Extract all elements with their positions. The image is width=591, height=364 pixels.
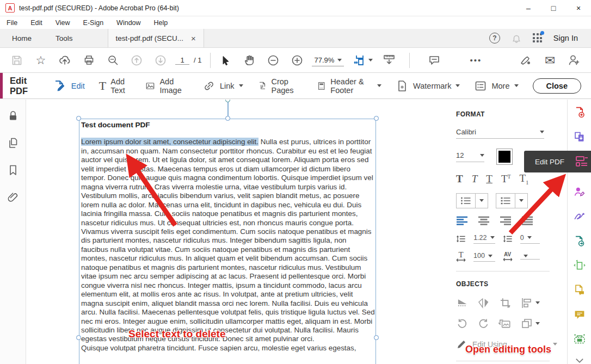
comment-icon[interactable] bbox=[425, 51, 444, 70]
italic-button[interactable]: T bbox=[472, 173, 478, 185]
replace-image-icon[interactable] bbox=[498, 317, 512, 330]
align-left-button[interactable] bbox=[456, 216, 468, 226]
flip-horizontal-icon[interactable] bbox=[477, 297, 490, 310]
align-right-button[interactable] bbox=[500, 216, 512, 226]
close-edit-mode-button[interactable]: Close bbox=[533, 78, 582, 94]
font-size-dropdown[interactable]: 12 bbox=[456, 151, 484, 162]
favorite-star-icon[interactable]: ☆ bbox=[32, 51, 50, 70]
underline-button[interactable]: T bbox=[486, 173, 492, 185]
align-objects-dropdown[interactable] bbox=[520, 297, 540, 310]
close-window-button[interactable]: × bbox=[566, 0, 591, 16]
more-button[interactable]: More bbox=[474, 79, 518, 92]
selection-handle[interactable] bbox=[76, 335, 81, 340]
search-icon[interactable] bbox=[103, 51, 122, 70]
align-center-button[interactable] bbox=[478, 216, 490, 226]
acrobat-logo-icon: A bbox=[5, 3, 15, 13]
page-thumbnails-icon[interactable] bbox=[7, 137, 20, 150]
arrange-objects-dropdown[interactable] bbox=[520, 317, 540, 330]
panel-divider bbox=[456, 361, 550, 361]
attachments-paperclip-icon[interactable] bbox=[7, 191, 20, 204]
sign-in-button[interactable]: Sign In bbox=[553, 34, 578, 42]
selection-handle[interactable] bbox=[225, 116, 230, 121]
email-icon[interactable]: ✉ bbox=[540, 51, 559, 70]
edit-pdf-icon[interactable] bbox=[574, 154, 589, 169]
menu-file[interactable]: File bbox=[7, 19, 17, 27]
chevron-down-icon[interactable] bbox=[515, 194, 527, 208]
rotate-counterclockwise-icon[interactable] bbox=[456, 317, 469, 330]
selection-handle[interactable] bbox=[374, 116, 379, 121]
save-icon[interactable] bbox=[8, 51, 26, 70]
tab-home[interactable]: Home bbox=[0, 29, 44, 47]
previous-page-icon[interactable] bbox=[127, 51, 146, 70]
add-user-icon[interactable] bbox=[564, 51, 583, 70]
share-icon[interactable] bbox=[56, 51, 74, 70]
header-footer-button[interactable]: Header & Footer bbox=[317, 77, 381, 95]
help-icon[interactable]: ? bbox=[489, 33, 500, 44]
more-tools-icon[interactable]: ••• bbox=[466, 51, 485, 70]
request-signatures-icon[interactable] bbox=[572, 186, 587, 199]
apps-grid-icon[interactable] bbox=[533, 33, 543, 43]
menu-edit[interactable]: Edit bbox=[30, 19, 42, 27]
line-spacing-dropdown[interactable]: 1.22 bbox=[473, 234, 495, 244]
watermark-button[interactable]: Watermark bbox=[396, 79, 460, 92]
security-lock-icon[interactable] bbox=[7, 109, 20, 122]
rail-chevron-down-icon[interactable] bbox=[574, 357, 586, 364]
create-pdf-icon[interactable] bbox=[572, 106, 587, 119]
text-box-selection[interactable] bbox=[79, 119, 376, 364]
zoom-in-icon[interactable] bbox=[288, 51, 306, 70]
minimize-button[interactable]: – bbox=[516, 0, 541, 16]
zoom-level-dropdown[interactable]: 77.9% bbox=[312, 54, 344, 66]
font-color-swatch[interactable] bbox=[496, 149, 513, 165]
scan-ocr-icon[interactable] bbox=[572, 333, 587, 346]
export-pdf-icon[interactable] bbox=[572, 131, 587, 143]
flip-vertical-icon[interactable] bbox=[456, 297, 469, 310]
maximize-button[interactable]: □ bbox=[541, 0, 566, 16]
add-image-button[interactable]: Add Image bbox=[145, 77, 188, 95]
subscript-button[interactable]: T1 bbox=[520, 172, 529, 186]
menu-view[interactable]: View bbox=[56, 19, 70, 27]
content-area: Test document PDF Lorem ipsum dolor sit … bbox=[0, 100, 591, 364]
comment-tool-icon[interactable] bbox=[572, 309, 587, 321]
selection-handle[interactable] bbox=[76, 116, 81, 121]
crop-pages-button[interactable]: Crop Pages bbox=[257, 77, 303, 95]
bold-button[interactable]: T bbox=[456, 173, 463, 185]
edit-tool-button[interactable]: Edit bbox=[53, 79, 85, 93]
align-justify-button[interactable] bbox=[521, 216, 533, 226]
paragraph-spacing-dropdown[interactable]: 0 bbox=[520, 234, 540, 244]
send-pdf-icon[interactable] bbox=[572, 235, 587, 248]
fill-sign-pen-icon[interactable] bbox=[516, 51, 535, 70]
add-text-button[interactable]: T Add Text bbox=[99, 77, 132, 95]
bookmarks-icon[interactable] bbox=[7, 164, 20, 177]
menu-esign[interactable]: E-Sign bbox=[83, 19, 104, 27]
notifications-bell-icon[interactable] bbox=[511, 33, 522, 44]
next-page-icon[interactable] bbox=[151, 51, 170, 70]
fill-sign-icon[interactable] bbox=[572, 211, 587, 223]
numbered-list-dropdown[interactable] bbox=[496, 193, 528, 208]
ruler-tool-icon[interactable] bbox=[380, 51, 398, 70]
superscript-button[interactable]: TT bbox=[501, 173, 511, 185]
font-family-dropdown[interactable]: Calibri bbox=[456, 128, 544, 139]
horizontal-scale-dropdown[interactable]: 100 bbox=[473, 252, 495, 262]
hand-tool-icon[interactable] bbox=[240, 51, 258, 70]
chevron-down-icon bbox=[480, 154, 484, 157]
menu-help[interactable]: Help bbox=[154, 19, 168, 27]
bullet-list-dropdown[interactable] bbox=[456, 193, 488, 208]
organize-pages-icon[interactable] bbox=[572, 260, 587, 272]
tab-document[interactable]: test-pdf.pdf (SECU... × bbox=[108, 29, 204, 47]
character-spacing-dropdown[interactable] bbox=[520, 255, 540, 260]
tab-close-icon[interactable]: × bbox=[191, 34, 196, 43]
zoom-out-icon[interactable] bbox=[264, 51, 282, 70]
chevron-down-icon bbox=[337, 59, 342, 61]
crop-object-icon[interactable] bbox=[499, 297, 512, 310]
selection-handle[interactable] bbox=[374, 335, 379, 340]
chevron-down-icon[interactable] bbox=[475, 194, 488, 208]
select-tool-icon[interactable] bbox=[216, 51, 235, 70]
print-icon[interactable] bbox=[79, 51, 98, 70]
rotate-clockwise-icon[interactable] bbox=[477, 317, 490, 330]
request-feedback-icon[interactable] bbox=[572, 284, 587, 297]
menu-window[interactable]: Window bbox=[116, 19, 140, 27]
page-number-input[interactable] bbox=[175, 56, 189, 65]
tab-tools[interactable]: Tools bbox=[44, 29, 85, 47]
fit-width-icon[interactable] bbox=[350, 51, 374, 70]
link-button[interactable]: Link bbox=[202, 79, 243, 92]
